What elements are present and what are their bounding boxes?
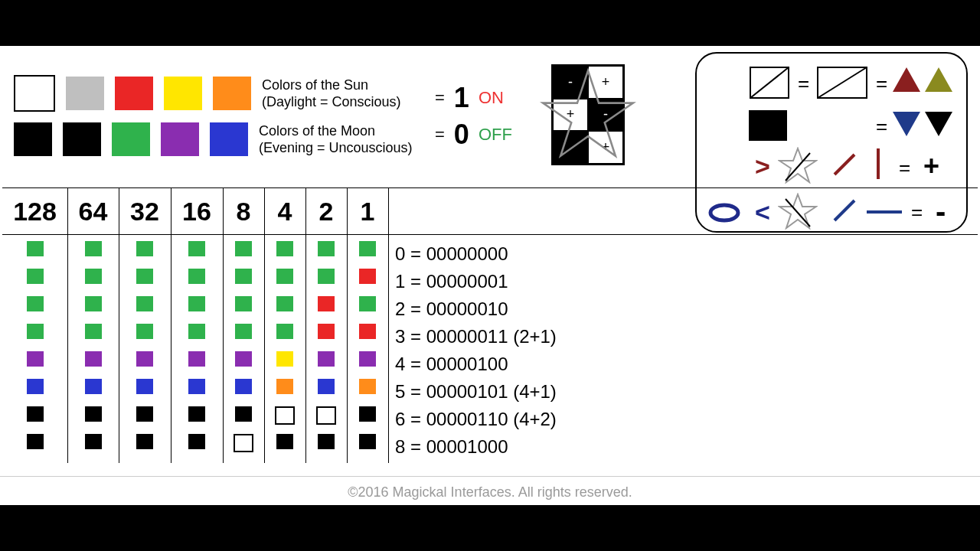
grid-dot [85, 269, 102, 284]
grid-dot [318, 351, 335, 367]
triangle-down-blue-icon [893, 112, 920, 136]
star-overlay-icon [539, 63, 637, 167]
grid-dot [136, 434, 153, 449]
grid-dot [276, 241, 293, 256]
swatch-silver [66, 77, 104, 110]
swatch-green [112, 122, 150, 156]
grid-dot [235, 241, 252, 256]
bit-header: 1286432168421 [2, 187, 978, 235]
colour-swatches: Colors of the Sun (Daylight = Conscious)… [14, 73, 413, 165]
bit-header-cell: 2 [305, 188, 348, 234]
digit-one: 1 [454, 82, 469, 114]
moon-caption: Colors of the Moon (Evening = Uncousciou… [259, 122, 413, 156]
grid-column [119, 233, 172, 463]
binary-equation: 8 = 00001000 [395, 433, 557, 461]
svg-line-7 [835, 155, 854, 174]
bit-header-cell: 1 [347, 188, 389, 234]
binary-equation: 3 = 00000011 (2+1) [395, 323, 557, 350]
grid-dot [136, 241, 153, 256]
grid-column [2, 233, 68, 463]
grid-dot [85, 406, 102, 422]
checker-icon: - + + - + [551, 64, 625, 165]
grid-dot [85, 296, 102, 311]
svg-marker-5 [779, 148, 816, 182]
grid-dot [27, 351, 44, 367]
moon-title: Colors of the Moon [259, 122, 413, 139]
grid-column [264, 233, 306, 463]
label-on: ON [479, 88, 504, 108]
grid-dot [276, 434, 293, 449]
bit-header-cell: 32 [119, 188, 172, 234]
bit-header-cell: 4 [264, 188, 306, 234]
triangle-up-red-icon [893, 67, 920, 92]
grid-dot [188, 269, 205, 284]
grid-dot [85, 434, 102, 449]
grid-dot [359, 351, 376, 367]
on-row: = 1 ON [435, 80, 512, 116]
binary-equation: 5 = 00000101 (4+1) [395, 378, 557, 406]
grid-dot [188, 241, 205, 256]
swatch-red [115, 77, 153, 110]
svg-marker-0 [543, 70, 633, 155]
binary-equation: 2 = 00000010 [395, 295, 557, 323]
eq-sign: = [876, 72, 887, 96]
grid-dot [276, 351, 293, 367]
swatch-black2 [63, 122, 101, 156]
grid-column [171, 233, 224, 463]
grid-dot [235, 324, 252, 339]
grid-dot [27, 406, 44, 422]
grid-dot [318, 269, 335, 284]
grid-dot [27, 241, 44, 256]
grid-dot [235, 406, 252, 422]
on-off-key: = 1 ON = 0 OFF [435, 80, 512, 153]
grid-dot [136, 324, 153, 339]
grid-dot [136, 351, 153, 367]
slash-red-icon [831, 152, 858, 178]
grid-dot [316, 406, 336, 425]
grid-dot [188, 296, 205, 311]
star-up-icon [778, 147, 818, 184]
grid-dot [276, 296, 293, 311]
moon-sub: (Evening = Uncouscious) [259, 139, 413, 156]
pipe-red-icon [876, 148, 880, 179]
grid-dot [276, 324, 293, 339]
binary-equation: 1 = 00000001 [395, 268, 557, 295]
grid-dot [318, 379, 335, 394]
swatch-purple [161, 122, 199, 156]
binary-equations: 0 = 000000001 = 000000012 = 000000103 = … [395, 240, 557, 461]
grid-dot [27, 296, 44, 311]
svg-line-4 [818, 67, 867, 98]
filled-square-icon [749, 110, 787, 141]
bit-header-cell: 16 [171, 188, 224, 234]
digit-zero: 0 [454, 119, 469, 151]
footer-copyright: ©2016 Magickal Interfaces. All rights re… [0, 476, 980, 500]
grid-dot [85, 379, 102, 394]
grid-dot [359, 379, 376, 394]
grid-dot [136, 269, 153, 284]
svg-line-2 [750, 67, 789, 98]
triangle-down-black-icon [925, 112, 952, 136]
grid-dot [188, 379, 205, 394]
grid-column [223, 233, 265, 463]
grid-dot [359, 324, 376, 339]
binary-equation: 4 = 00000100 [395, 350, 557, 378]
sun-title: Colors of the Sun [262, 77, 401, 93]
binary-equation: 0 = 00000000 [395, 240, 557, 268]
grid-dot [235, 296, 252, 311]
bit-header-cell: 128 [2, 188, 68, 234]
sun-row: Colors of the Sun (Daylight = Conscious) [14, 73, 413, 113]
grid-dot [27, 379, 44, 394]
plus-icon: + [923, 150, 939, 182]
grid-column [305, 233, 348, 463]
grid-dot [276, 269, 293, 284]
binary-equation: 6 = 00000110 (4+2) [395, 406, 557, 433]
swatch-blue [210, 122, 248, 156]
grid-dot [318, 241, 335, 256]
bit-header-cell: 64 [67, 188, 119, 234]
grid-column [67, 233, 119, 463]
swatch-white [14, 75, 55, 112]
triangle-up-olive-icon [925, 67, 952, 92]
grid-dot [318, 296, 335, 311]
half-square-up-icon [749, 66, 790, 99]
grid-column [347, 233, 389, 463]
